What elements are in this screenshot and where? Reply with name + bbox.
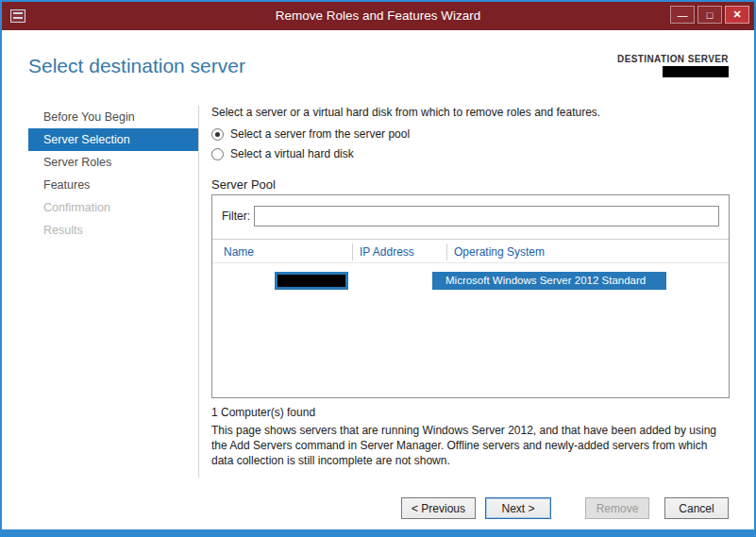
server-os-cell: Microsoft Windows Server 2012 Standard — [432, 272, 666, 290]
redacted-name — [277, 275, 345, 287]
table-body: Microsoft Windows Server 2012 Standard — [212, 263, 729, 397]
nav-item-server-roles[interactable]: Server Roles — [28, 151, 198, 174]
remove-button: Remove — [585, 497, 649, 519]
column-separator — [446, 243, 447, 260]
wizard-nav: Before You Begin Server Selection Server… — [28, 106, 198, 242]
intro-text: Select a server or a virtual hard disk f… — [211, 106, 600, 119]
titlebar[interactable]: Remove Roles and Features Wizard — □ ✕ — [2, 2, 754, 30]
window-title: Remove Roles and Features Wizard — [2, 2, 754, 30]
server-name-cell — [275, 272, 348, 290]
wizard-window: Remove Roles and Features Wizard — □ ✕ S… — [0, 0, 756, 537]
destination-server-label: DESTINATION SERVER — [617, 54, 729, 64]
window-frame: Remove Roles and Features Wizard — □ ✕ S… — [2, 2, 754, 529]
radio-label-vhd: Select a virtual hard disk — [230, 147, 354, 160]
radio-select-from-server-pool[interactable]: Select a server from the server pool — [211, 127, 410, 141]
table-header: Name IP Address Operating System — [212, 239, 729, 263]
minimize-button[interactable]: — — [670, 6, 695, 24]
radio-checked-icon — [211, 128, 224, 141]
wizard-body: Select destination server DESTINATION SE… — [2, 30, 754, 529]
filter-row: Filter: — [212, 195, 729, 238]
column-header-operating-system[interactable]: Operating System — [454, 240, 545, 264]
filter-input[interactable] — [254, 206, 719, 227]
column-separator — [352, 243, 353, 260]
window-controls: — □ ✕ — [667, 6, 749, 24]
redacted-server-name — [663, 66, 729, 77]
radio-label-server-pool: Select a server from the server pool — [230, 127, 410, 141]
maximize-button[interactable]: □ — [697, 6, 722, 24]
nav-content-divider — [198, 106, 199, 478]
nav-item-confirmation: Confirmation — [28, 196, 198, 219]
previous-button[interactable]: < Previous — [401, 497, 476, 519]
next-button[interactable]: Next > — [485, 497, 551, 519]
wizard-footer: < Previous Next > Remove Cancel — [401, 497, 729, 519]
close-icon: ✕ — [732, 8, 741, 21]
radio-unchecked-icon — [211, 148, 224, 160]
nav-item-server-selection[interactable]: Server Selection — [28, 128, 198, 151]
nav-item-results: Results — [28, 219, 198, 242]
nav-item-features[interactable]: Features — [28, 174, 198, 196]
column-header-name[interactable]: Name — [224, 240, 254, 264]
page-title: Select destination server — [28, 55, 245, 77]
server-pool-panel: Filter: Name IP Address Operating System — [211, 194, 730, 398]
maximize-icon: □ — [707, 9, 714, 21]
server-row[interactable]: Microsoft Windows Server 2012 Standard — [212, 272, 729, 291]
minimize-icon: — — [678, 9, 688, 21]
filter-label: Filter: — [222, 210, 250, 223]
radio-select-virtual-hard-disk[interactable]: Select a virtual hard disk — [211, 147, 354, 160]
close-button[interactable]: ✕ — [725, 6, 749, 24]
nav-item-before-you-begin[interactable]: Before You Begin — [28, 106, 198, 128]
computers-found-text: 1 Computer(s) found — [211, 406, 315, 419]
page-description: This page shows servers that are running… — [211, 423, 729, 468]
cancel-button[interactable]: Cancel — [664, 497, 729, 519]
server-pool-label: Server Pool — [211, 177, 276, 192]
column-header-ip-address[interactable]: IP Address — [360, 240, 414, 264]
